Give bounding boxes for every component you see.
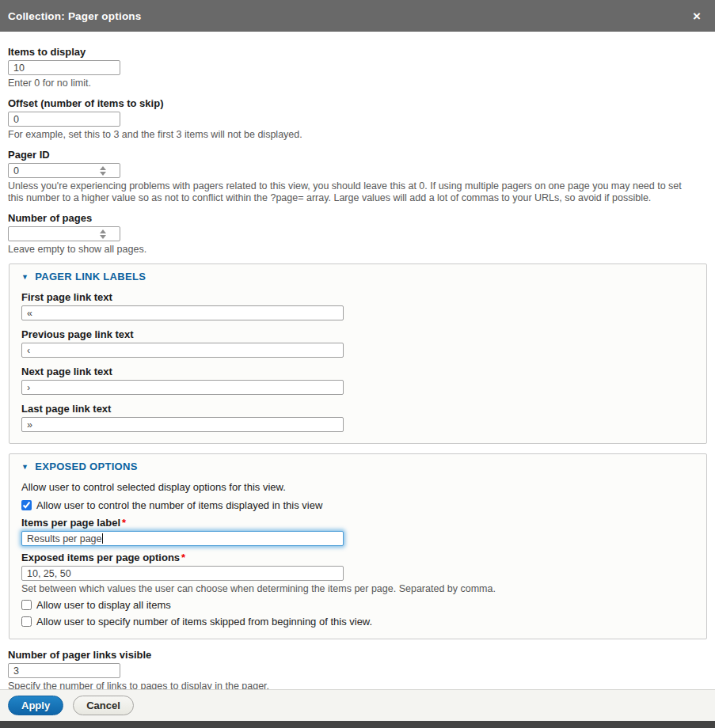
dialog-footer: Apply Cancel — [0, 689, 715, 721]
next-page-link-input[interactable] — [21, 380, 344, 395]
number-of-pages-label: Number of pages — [8, 212, 707, 224]
dialog-title: Collection: Pager options — [8, 10, 142, 22]
dialog-titlebar: Collection: Pager options × — [0, 0, 715, 32]
display-all-checkbox-label: Allow user to display all items — [36, 599, 171, 611]
field-offset: Offset (number of items to skip) For exa… — [8, 97, 707, 141]
field-items-per-page-label: Items per page label* — [21, 517, 694, 546]
pager-links-visible-input[interactable] — [8, 663, 120, 678]
last-page-link-input[interactable] — [21, 417, 344, 432]
first-page-link-label: First page link text — [21, 291, 694, 303]
skip-items-checkbox[interactable] — [21, 616, 32, 627]
apply-button[interactable]: Apply — [8, 696, 63, 715]
offset-input[interactable] — [8, 112, 120, 127]
pager-link-labels-legend: PAGER LINK LABELS — [35, 271, 146, 283]
fieldset-pager-link-labels: ▼ PAGER LINK LABELS First page link text… — [9, 264, 707, 444]
field-number-of-pages: Number of pages Leave empty to show all … — [8, 212, 707, 256]
items-to-display-input[interactable] — [8, 60, 120, 75]
items-to-display-description: Enter 0 for no limit. — [8, 78, 697, 89]
pager-id-description: Unless you're experiencing problems with… — [8, 180, 697, 204]
collapse-triangle-icon: ▼ — [21, 274, 29, 281]
text-caret — [102, 533, 103, 544]
offset-description: For example, set this to 3 and the first… — [8, 129, 697, 141]
pager-id-label: Pager ID — [8, 149, 707, 161]
items-to-display-label: Items to display — [8, 46, 707, 58]
field-pager-id: Pager ID Unless you're experiencing prob… — [8, 149, 707, 204]
display-all-checkbox[interactable] — [21, 600, 32, 610]
last-page-link-label: Last page link text — [21, 403, 694, 415]
control-items-checkbox-label: Allow user to control the number of item… — [36, 499, 322, 511]
previous-page-link-label: Previous page link text — [21, 328, 694, 340]
number-of-pages-input[interactable] — [8, 226, 120, 241]
pager-options-dialog: Collection: Pager options × Items to dis… — [0, 0, 715, 728]
field-items-to-display: Items to display Enter 0 for no limit. — [8, 46, 707, 89]
fieldset-toggle-exposed-options[interactable]: ▼ EXPOSED OPTIONS — [21, 461, 694, 473]
control-items-checkbox[interactable] — [21, 500, 32, 510]
previous-page-link-input[interactable] — [21, 343, 344, 358]
exposed-items-options-input[interactable] — [21, 566, 344, 581]
field-last-page-link-text: Last page link text — [21, 403, 694, 432]
next-page-link-label: Next page link text — [21, 366, 694, 377]
close-icon[interactable]: × — [688, 8, 705, 25]
page-background-strip — [0, 721, 715, 728]
field-exposed-items-options: Exposed items per page options* Set betw… — [21, 552, 694, 595]
field-pager-links-visible: Number of pager links visible Specify th… — [8, 649, 707, 689]
exposed-options-intro: Allow user to control selected display o… — [21, 481, 694, 493]
items-per-page-label: Items per page label — [21, 517, 120, 529]
dialog-content: Items to display Enter 0 for no limit. O… — [0, 32, 715, 689]
fieldset-exposed-options: ▼ EXPOSED OPTIONS Allow user to control … — [9, 453, 707, 639]
exposed-items-options-label: Exposed items per page options — [21, 552, 180, 563]
field-previous-page-link-text: Previous page link text — [21, 328, 694, 358]
field-next-page-link-text: Next page link text — [21, 366, 694, 395]
required-marker: * — [181, 552, 185, 563]
fieldset-toggle-pager-link-labels[interactable]: ▼ PAGER LINK LABELS — [21, 271, 694, 283]
skip-items-checkbox-label: Allow user to specify number of items sk… — [36, 616, 372, 628]
collapse-triangle-icon: ▼ — [21, 464, 29, 471]
items-per-page-label-input[interactable] — [21, 531, 344, 546]
exposed-items-options-description: Set between which values the user can ch… — [21, 583, 694, 595]
pager-id-input[interactable] — [8, 163, 120, 178]
checkbox-row-display-all: Allow user to display all items — [21, 599, 694, 611]
required-marker: * — [122, 517, 126, 529]
exposed-options-legend: EXPOSED OPTIONS — [35, 461, 137, 473]
number-of-pages-description: Leave empty to show all pages. — [8, 244, 697, 256]
cancel-button[interactable]: Cancel — [73, 696, 134, 715]
pager-links-visible-description: Specify the number of links to pages to … — [8, 681, 697, 689]
field-first-page-link-text: First page link text — [21, 291, 694, 320]
first-page-link-input[interactable] — [21, 305, 344, 320]
checkbox-row-skip-items: Allow user to specify number of items sk… — [21, 616, 694, 628]
checkbox-row-control-items: Allow user to control the number of item… — [21, 499, 694, 511]
pager-links-visible-label: Number of pager links visible — [8, 649, 707, 661]
offset-label: Offset (number of items to skip) — [8, 97, 707, 109]
